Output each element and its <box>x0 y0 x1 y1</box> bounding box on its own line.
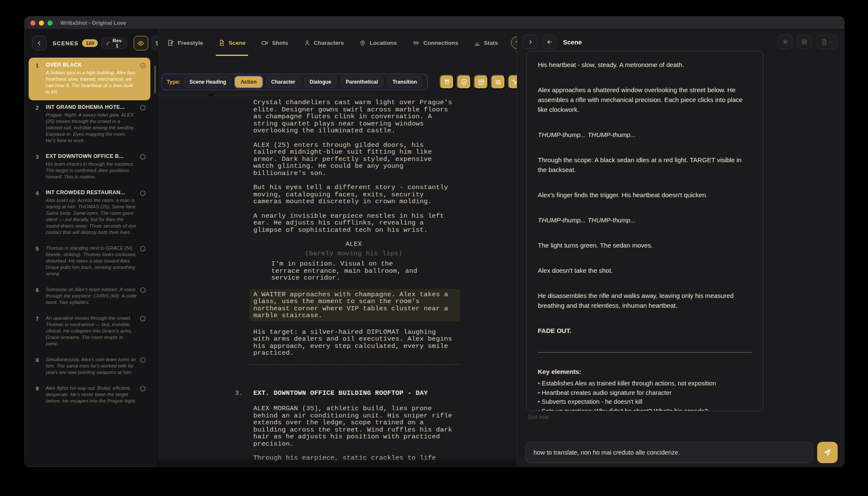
action-block[interactable]: A nearly invisible earpiece nestles in h… <box>253 213 454 234</box>
back-chevron-icon <box>36 40 42 46</box>
toolbar-scrollbar[interactable] <box>158 94 377 96</box>
preview-eye-button[interactable] <box>134 36 148 50</box>
type-action-button[interactable]: Action <box>235 76 262 88</box>
dialogue-block[interactable]: I'm in position. Visual on the terrace e… <box>271 260 419 282</box>
sidebar-collapse-button[interactable] <box>32 36 47 50</box>
scene-list-item-5[interactable]: 5 Thomas is standing next to GRACE (50, … <box>29 241 150 283</box>
key-elements-title: Key elements: <box>538 368 752 375</box>
scene-list-item-3[interactable]: 3 EXT DOWNTOWN OFFICE B... His team chec… <box>29 149 150 186</box>
type-dialogue-button[interactable]: Dialogue <box>304 76 337 88</box>
panel-settings-button[interactable] <box>778 35 792 49</box>
revision-label: Rev 1 <box>112 38 122 48</box>
type-transition-button[interactable]: Transition <box>387 76 422 88</box>
window-title: WrittaShot - Original Love <box>60 20 126 26</box>
titlebar: WrittaShot - Original Love <box>25 17 844 29</box>
revision-button[interactable]: Rev 1 <box>101 38 127 49</box>
scene-list-item-4[interactable]: 4 INT CROWDED RESTAURAN... Alex looks up… <box>29 186 150 241</box>
panel-title: Scene <box>563 38 582 46</box>
tab-label: Freestyle <box>178 40 203 46</box>
shield-check-icon <box>460 79 468 86</box>
scene-description: Alex looks up. Across the room, a man is… <box>46 197 137 236</box>
panel-collapse-button[interactable] <box>523 35 537 49</box>
scene-status-toggle[interactable] <box>137 153 149 180</box>
scene-number: 9 <box>29 385 46 404</box>
tab-label: Characters <box>314 40 344 46</box>
branch-icon <box>106 41 110 46</box>
scene-status-toggle[interactable] <box>137 286 149 306</box>
scene-list-item-6[interactable]: 6 Someone on Alex's team notices. A voic… <box>29 283 150 311</box>
link-icon <box>412 39 420 47</box>
send-button[interactable] <box>817 442 838 463</box>
magnet-icon <box>443 79 451 86</box>
action-block[interactable]: ALEX MORGAN (35), athletic build, lies p… <box>253 405 454 447</box>
scene-status-toggle[interactable] <box>137 245 149 277</box>
scene-description: Someone on Alex's team notices. A voice … <box>46 286 137 306</box>
panel-export-button[interactable] <box>816 35 838 49</box>
scene-list-item-9[interactable]: 9 Alex fights his way out. Brutal, effic… <box>29 381 150 410</box>
gear-icon <box>782 38 789 45</box>
tab-label: Shots <box>272 40 288 46</box>
type-parenthetical-button[interactable]: Parenthetical <box>340 76 384 88</box>
scene-list-item-1[interactable]: 1 OVER BLACK A hidden spot in a high bui… <box>29 58 150 100</box>
scene-status-toggle[interactable] <box>137 385 149 404</box>
minimize-window-button[interactable] <box>39 20 44 26</box>
type-character-button[interactable]: Character <box>266 76 301 88</box>
maximize-window-button[interactable] <box>47 20 53 26</box>
magnet-tool-button[interactable] <box>440 75 454 89</box>
fade-out-text: FADE OUT. <box>538 326 752 336</box>
type-scene-heading-button[interactable]: Scene Heading <box>184 76 232 88</box>
scene-list-item-2[interactable]: 2 INT GRAND BOHEMIA HOTE... Prague. Nigh… <box>29 100 150 149</box>
scene-doc-icon <box>218 39 225 47</box>
box-check-button[interactable] <box>474 75 488 89</box>
scene-status-toggle[interactable] <box>137 62 149 95</box>
scene-description: Prague. Night. A luxury hotel gala. ALEX… <box>46 112 137 144</box>
scene-paragraph: Alex doesn't take the shot. <box>538 266 752 275</box>
scene-status-toggle[interactable] <box>137 315 149 347</box>
tab-locations[interactable]: Locations <box>359 29 397 56</box>
action-block[interactable]: But his eyes tell a different story - co… <box>253 184 454 205</box>
scene-number: 2 <box>29 104 46 144</box>
check-circle-icon <box>140 62 146 69</box>
scene-number: 3 <box>29 153 46 180</box>
scene-number: 1 <box>29 62 46 95</box>
panel-lens-button[interactable] <box>797 35 812 49</box>
tab-shots[interactable]: Shots <box>261 29 288 56</box>
action-block[interactable]: His target: a silver-haired DIPLOMAT lau… <box>253 329 454 357</box>
scene-list-item-8[interactable]: 8 Simultaneously, Alex's own team turns … <box>29 353 150 381</box>
close-window-button[interactable] <box>30 20 35 26</box>
tab-label: Locations <box>369 40 397 46</box>
scene-heading-number: 3. <box>235 390 243 397</box>
scene-description: Thomas is standing next to GRACE (50, bl… <box>46 245 137 277</box>
tab-freestyle[interactable]: Freestyle <box>167 29 203 56</box>
scene-description: His team checks in through the earpiece.… <box>46 161 137 180</box>
tab-label: Connections <box>423 40 458 46</box>
scene-status-toggle[interactable] <box>137 356 149 376</box>
scene-heading[interactable]: 3. EXT. DOWNTOWN OFFICE BUILDING ROOFTOP… <box>253 390 454 397</box>
scenes-sidebar: SCENES 120 Rev 1 1 OVER BLACK A hidden s… <box>25 29 158 467</box>
circle-icon <box>140 357 146 363</box>
scene-status-toggle[interactable] <box>137 104 149 144</box>
panel-back-button[interactable] <box>542 35 557 49</box>
reorder-button[interactable] <box>491 75 505 89</box>
tab-connections[interactable]: Connections <box>412 29 458 56</box>
scene-list-item-7[interactable]: 7 An operative moves through the crowd. … <box>29 311 150 353</box>
scene-title: EXT DOWNTOWN OFFICE B... <box>46 153 137 159</box>
scene-status-toggle[interactable] <box>137 190 149 236</box>
scene-title: INT GRAND BOHEMIA HOTE... <box>46 104 137 110</box>
back-arrow-icon <box>546 39 553 45</box>
circle-icon <box>140 105 146 111</box>
scene-paragraph-sound: THUMP-thump... THUMP-thump... <box>538 215 752 225</box>
tab-scene[interactable]: Scene <box>218 29 246 56</box>
parenthetical[interactable]: (barely moving his lips) <box>253 250 454 257</box>
screenplay-page[interactable]: Crystal chandeliers cast warm light over… <box>253 99 454 467</box>
chat-input[interactable] <box>525 442 813 463</box>
sidebar-header: SCENES 120 Rev 1 <box>25 29 157 57</box>
character-cue[interactable]: ALEX <box>253 241 454 248</box>
action-block[interactable]: ALEX (25) enters through gilded doors, h… <box>253 142 454 177</box>
action-block[interactable]: Crystal chandeliers cast warm light over… <box>253 99 454 134</box>
tab-stats[interactable]: Stats <box>474 29 498 56</box>
highlighted-action-block[interactable]: A WAITER approaches with champagne. Alex… <box>249 289 460 321</box>
shield-check-button[interactable] <box>457 75 471 89</box>
tab-characters[interactable]: Characters <box>304 29 344 56</box>
sidebar-scrollbar[interactable] <box>154 66 156 94</box>
